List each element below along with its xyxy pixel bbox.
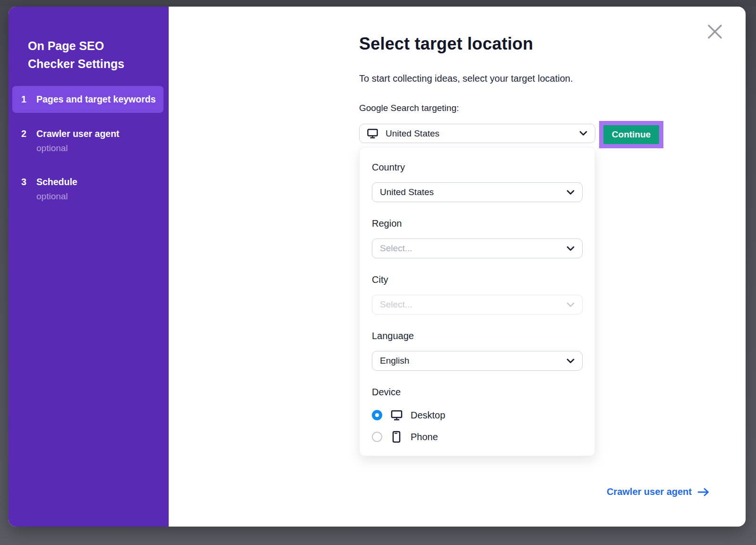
- sidebar-title: On Page SEO Checker Settings: [28, 37, 155, 73]
- targeting-location-select[interactable]: United States: [359, 124, 595, 143]
- chevron-down-icon: [567, 302, 575, 307]
- device-options: Desktop Phone: [372, 407, 583, 445]
- continue-button[interactable]: Continue: [603, 125, 659, 144]
- step-number: 2: [21, 127, 30, 154]
- crawler-user-agent-link-label: Crawler user agent: [607, 486, 692, 497]
- steps-list: 1 Pages and target keywords 2 Crawler us…: [9, 86, 169, 209]
- country-select-value: United States: [380, 187, 567, 197]
- device-option-label: Desktop: [411, 410, 445, 421]
- sidebar-step-pages-and-target-keywords[interactable]: 1 Pages and target keywords: [12, 86, 163, 113]
- language-select-value: English: [380, 356, 567, 366]
- chevron-down-icon: [567, 246, 575, 251]
- targeting-select-value: United States: [386, 128, 572, 139]
- continue-highlight-box: Continue: [599, 121, 663, 148]
- country-label: Country: [372, 162, 583, 173]
- sidebar-title-line1: On Page SEO: [28, 37, 155, 55]
- step-number: 3: [21, 175, 30, 203]
- region-label: Region: [372, 218, 583, 229]
- city-select-placeholder: Select...: [380, 299, 567, 310]
- arrow-right-icon: [697, 487, 710, 497]
- country-select[interactable]: United States: [372, 182, 583, 202]
- step-label: Schedule: [36, 175, 77, 189]
- page-title: Select target location: [359, 34, 533, 54]
- modal-main-area: Select target location To start collecti…: [169, 7, 746, 527]
- page-subtitle: To start collecting ideas, select your t…: [359, 73, 573, 84]
- crawler-user-agent-link[interactable]: Crawler user agent: [607, 486, 710, 497]
- radio-selected-icon[interactable]: [372, 410, 382, 420]
- chevron-down-icon: [579, 131, 587, 136]
- close-icon: [706, 23, 723, 40]
- radio-unselected-icon[interactable]: [372, 432, 382, 442]
- desktop-monitor-icon: [367, 128, 378, 139]
- step-optional-tag: optional: [36, 142, 120, 154]
- step-number: 1: [21, 93, 30, 106]
- device-option-label: Phone: [411, 432, 438, 443]
- step-label: Crawler user agent: [36, 127, 120, 141]
- location-dropdown-panel: Country United States Region Select...: [359, 147, 595, 456]
- settings-modal: On Page SEO Checker Settings 1 Pages and…: [9, 7, 746, 527]
- device-option-desktop[interactable]: Desktop: [372, 407, 583, 423]
- device-label: Device: [372, 387, 583, 398]
- chevron-down-icon: [567, 358, 575, 364]
- city-label: City: [372, 274, 583, 285]
- language-label: Language: [372, 331, 583, 341]
- sidebar-title-line2: Checker Settings: [28, 55, 155, 73]
- language-select[interactable]: English: [372, 351, 583, 371]
- sidebar-step-schedule[interactable]: 3 Schedule optional: [12, 169, 163, 209]
- google-search-targeting-label: Google Search targeting:: [359, 103, 459, 113]
- step-optional-tag: optional: [36, 190, 77, 203]
- step-label: Pages and target keywords: [36, 93, 156, 106]
- page-overlay-top: [0, 0, 756, 7]
- sidebar-step-crawler-user-agent[interactable]: 2 Crawler user agent optional: [12, 120, 163, 161]
- settings-sidebar: On Page SEO Checker Settings 1 Pages and…: [9, 7, 169, 527]
- chevron-down-icon: [567, 190, 575, 195]
- close-button[interactable]: [706, 23, 724, 41]
- desktop-monitor-icon: [390, 409, 403, 421]
- phone-icon: [390, 431, 403, 443]
- region-select[interactable]: Select...: [372, 238, 583, 258]
- city-select: Select...: [372, 295, 583, 315]
- device-option-phone[interactable]: Phone: [372, 429, 583, 445]
- region-select-placeholder: Select...: [380, 243, 567, 254]
